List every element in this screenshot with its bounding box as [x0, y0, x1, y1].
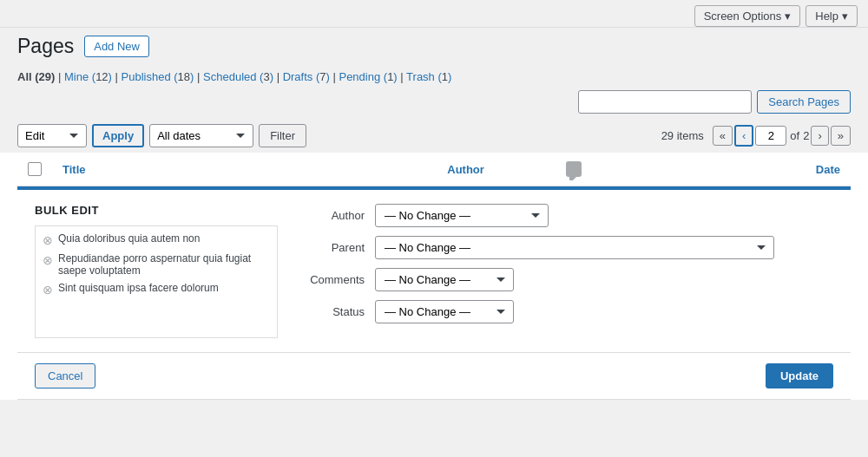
top-bar: Screen Options ▾ Help ▾: [0, 0, 868, 28]
status-select[interactable]: — No Change —: [375, 300, 514, 323]
title-col-header[interactable]: Title: [52, 153, 243, 186]
nav-trash[interactable]: Trash (1): [406, 70, 451, 83]
apply-button[interactable]: Apply: [92, 124, 144, 147]
nav-published[interactable]: Published (18): [122, 70, 194, 83]
bulk-edit-row: BULK EDIT ⊗ Quia doloribus quia autem no…: [17, 186, 851, 400]
total-pages: 2: [803, 129, 809, 142]
status-label: Status: [295, 305, 365, 318]
author-label: Author: [295, 209, 365, 222]
list-item: ⊗ Sint quisquam ipsa facere dolorum: [39, 279, 273, 299]
bulk-edit-left: BULK EDIT ⊗ Quia doloribus quia autem no…: [35, 204, 278, 338]
tablenav-right: 29 items « ‹ of 2 › »: [661, 125, 851, 147]
list-item: ⊗ Repudiandae porro aspernatur quia fugi…: [39, 250, 273, 279]
page-title-row: Pages Add New: [0, 28, 868, 65]
filter-nav: All (29) | Mine (12) | Published (18) | …: [0, 65, 868, 87]
pagination: « ‹ of 2 › »: [713, 125, 851, 147]
update-button[interactable]: Update: [766, 363, 833, 388]
page-wrapper: Screen Options ▾ Help ▾ Pages Add New Al…: [0, 0, 868, 457]
bulk-edit-parent-field: Parent — No Change —: [295, 236, 833, 259]
search-input[interactable]: [578, 90, 752, 114]
bulk-edit-comments-field: Comments — No Change —: [295, 268, 833, 291]
first-page-button[interactable]: «: [713, 126, 733, 146]
next-page-button[interactable]: ›: [811, 126, 828, 146]
nav-mine[interactable]: Mine (12): [64, 70, 112, 83]
author-select[interactable]: — No Change —: [375, 204, 549, 227]
comments-label: Comments: [295, 273, 365, 286]
comments-col-header[interactable]: [495, 153, 654, 186]
date-filter-select[interactable]: All dates: [149, 124, 253, 147]
date-col-header[interactable]: Date: [654, 153, 851, 186]
bulk-edit-right: Author — No Change — Parent — No C: [295, 204, 833, 338]
search-pages-button[interactable]: Search Pages: [757, 90, 851, 114]
prev-page-button[interactable]: ‹: [734, 125, 753, 147]
nav-scheduled[interactable]: Scheduled (3): [203, 70, 273, 83]
bulk-edit-pages-list: ⊗ Quia doloribus quia autem non ⊗ Repudi…: [35, 225, 278, 338]
search-row: Search Pages: [0, 87, 868, 119]
tablenav-left: Edit Apply All dates Filter: [17, 124, 656, 147]
pages-table: Title Author Date: [17, 153, 851, 400]
comment-bubble-icon: [566, 161, 582, 177]
items-count: 29 items: [661, 129, 704, 142]
parent-label: Parent: [295, 241, 365, 254]
cancel-button[interactable]: Cancel: [35, 363, 95, 388]
add-new-button[interactable]: Add New: [84, 36, 149, 57]
select-all-col: [17, 153, 52, 186]
tablenav-top: Edit Apply All dates Filter 29 items « ‹…: [0, 119, 868, 153]
filter-button[interactable]: Filter: [259, 124, 306, 147]
chevron-down-icon: ▾: [785, 10, 791, 23]
screen-options-button[interactable]: Screen Options ▾: [694, 5, 801, 27]
help-button[interactable]: Help ▾: [806, 5, 858, 27]
table-container: Title Author Date: [0, 153, 868, 400]
chevron-down-icon: ▾: [842, 10, 848, 23]
last-page-button[interactable]: »: [831, 126, 851, 146]
page-title: Pages: [17, 35, 74, 58]
remove-icon[interactable]: ⊗: [43, 253, 53, 267]
bulk-edit-status-field: Status — No Change —: [295, 300, 833, 323]
remove-icon[interactable]: ⊗: [43, 233, 53, 247]
select-all-checkbox[interactable]: [28, 162, 42, 176]
list-item: ⊗ Quia doloribus quia autem non: [39, 230, 273, 250]
bulk-edit-actions: Cancel Update: [17, 352, 851, 399]
bulk-edit-author-field: Author — No Change —: [295, 204, 833, 227]
nav-drafts[interactable]: Drafts (7): [283, 70, 330, 83]
current-page-input[interactable]: [755, 126, 786, 146]
bulk-edit-title: BULK EDIT: [35, 204, 278, 217]
author-col-header[interactable]: Author: [243, 153, 495, 186]
bulk-action-select[interactable]: Edit: [17, 124, 87, 147]
comments-select[interactable]: — No Change —: [375, 268, 514, 291]
remove-icon[interactable]: ⊗: [43, 283, 53, 297]
parent-select[interactable]: — No Change —: [375, 236, 774, 259]
nav-pending[interactable]: Pending (1): [339, 70, 397, 83]
bulk-edit-container: BULK EDIT ⊗ Quia doloribus quia autem no…: [17, 186, 851, 352]
nav-all[interactable]: All (29): [17, 70, 55, 83]
